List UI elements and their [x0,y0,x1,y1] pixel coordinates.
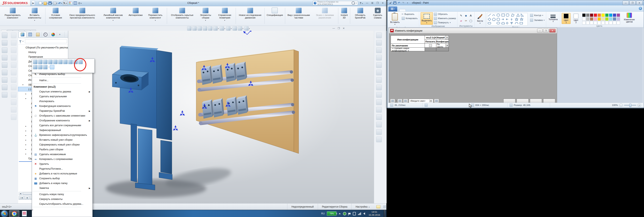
toolbar-icon[interactable] [11,40,16,46]
tree-item[interactable]: ▸ Сборка4 (По умолчанию<По умолчанию [18,45,68,50]
view-tool-icon[interactable] [220,26,224,30]
qat-button[interactable]: ↖▾ [63,0,68,5]
close-button[interactable]: ✕ [381,1,385,4]
context-menu-item[interactable]: Свернуть элементы ▶ [32,197,92,202]
manager-tab[interactable] [18,31,26,37]
expander-icon[interactable]: ▸ [24,130,27,132]
toolbar-icon[interactable] [11,85,16,90]
task-pane-icon[interactable] [376,129,382,135]
battery-indicator[interactable]: 78% [327,211,336,216]
context-menu-item[interactable]: Разбить узел сборки ▶ [32,147,92,152]
ribbon-button[interactable]: Элементы сборки ▾ [197,7,214,25]
context-menu-item[interactable]: Сделать независимым ▶ [32,152,92,157]
context-menu-item[interactable]: Сохранить выбор ▶ [32,176,92,181]
toolbar-icon[interactable] [11,55,16,60]
toolbar-icon[interactable] [11,114,16,120]
context-menu-item[interactable]: Создать новую папку ▶ [32,192,92,197]
paint-close-button[interactable]: ✕ [636,1,642,5]
context-tool-icon[interactable] [48,60,52,64]
minimize-button[interactable]: — [365,1,369,4]
context-menu-item[interactable]: Параметры SpeedPak ▶ [32,108,92,113]
task-pane-icon[interactable] [376,77,382,83]
ribbon-button[interactable]: Линейный массив компонентов ▾ [99,7,127,25]
toolbar-icon[interactable] [11,32,16,38]
search-caret-icon[interactable]: ▾ [356,2,356,4]
ribbon-button[interactable]: Отобразить скрытые компоненты ▾ [168,7,197,25]
redo-icon[interactable]: ↷ [402,1,405,5]
view-tool-icon[interactable] [208,26,212,30]
context-menu-item[interactable]: ▶ [32,206,92,208]
update-tray-icon[interactable] [343,212,346,216]
ribbon-button[interactable]: Окно предварительного просмотра компонен… [66,7,99,25]
context-tool-icon[interactable] [43,65,48,69]
paste-button[interactable]: Вставить▾ [389,12,401,26]
task-pane-icon[interactable] [376,47,382,53]
context-menu-item[interactable]: Найти... ▶ [32,78,92,83]
context-tool-icon[interactable] [73,60,78,64]
fill-tool[interactable]: ◆ [464,13,468,18]
color1-button[interactable]: Цвет1 [562,13,570,24]
task-pane-icon[interactable] [376,122,382,127]
crop-button[interactable]: Обрезать [434,12,456,16]
palette-color[interactable] [582,17,586,21]
task-pane-icon[interactable] [376,107,382,113]
palette-color[interactable] [582,13,586,17]
start-button[interactable] [1,211,8,217]
doc-restore-button[interactable]: ❐ [338,27,340,30]
toolbar-icon[interactable] [2,92,8,98]
palette-color[interactable] [609,13,612,17]
context-menu-item[interactable]: Отображение компонента ▶ [32,118,92,123]
expander-icon[interactable]: ▸ [24,125,27,127]
resize-grip[interactable] [383,205,386,208]
paint-restore-button[interactable]: ❐ [629,1,636,5]
context-menu-item[interactable]: Вставить новый узел сборки ▶ [32,137,92,142]
context-menu-item[interactable]: Временно зафиксировать/сгруппировать ▶ [32,133,92,137]
view-tool-caret-icon[interactable]: ▾ [224,28,225,29]
brushes-button[interactable]: Кисти▾ [476,12,484,25]
filter-caret-icon[interactable]: ▾ [22,40,23,42]
outline-button[interactable]: Контур ▾ [530,13,544,17]
shapes-grid[interactable] [487,13,528,26]
context-tool-icon[interactable] [38,65,42,69]
context-menu-item[interactable]: Сделать виртуальными ▶ [32,94,92,99]
filter-input[interactable] [25,39,67,43]
toolbar-icon[interactable] [11,77,16,83]
view-tool-caret-icon[interactable]: ▾ [231,28,232,29]
tag-icon[interactable] [376,205,380,208]
context-menu-item[interactable]: ▶ [32,77,92,78]
rotate-button[interactable]: Повернуть ▾ [434,21,456,24]
task-pane-icon[interactable] [376,32,382,38]
qat-caret-icon[interactable]: ▾ [406,1,409,5]
task-pane-icon[interactable] [376,85,382,90]
palette-color[interactable] [613,17,616,21]
context-tool-icon[interactable] [33,60,38,64]
expander-icon[interactable]: ▸ [24,93,27,95]
device-tray-icon[interactable] [353,212,356,216]
palette-empty-slot[interactable] [594,21,597,24]
toolbar-icon[interactable] [11,70,16,75]
palette-empty-slot[interactable] [605,21,608,24]
filter-icon[interactable] [19,40,22,42]
palette-color[interactable] [590,13,593,17]
palette-color[interactable] [586,13,590,17]
context-tool-icon[interactable] [53,60,58,64]
toolbar-icon[interactable] [2,32,8,38]
palette-empty-slot[interactable] [598,21,601,24]
task-pane-icon[interactable] [376,92,382,98]
ribbon-button[interactable]: ▾ [350,8,350,24]
paint-tab[interactable] [406,9,412,11]
manager-tab[interactable]: » [57,32,64,37]
palette-color[interactable] [605,13,608,17]
expander-icon[interactable]: ▸ [22,84,24,86]
search-input[interactable]: ? Поиск в Справке по SOLIDWORKS ▾ [313,1,358,5]
eraser-tool[interactable]: ▰ [459,18,463,23]
ribbon-button[interactable]: Вставить компоненты ▾ [24,7,45,25]
select-button[interactable]: Выделить▾ [420,12,433,25]
view-tool-icon[interactable] [213,26,218,30]
context-tool-icon[interactable] [58,60,62,64]
context-menu-item[interactable]: ▶ [32,83,92,84]
taskbar-app-button[interactable] [19,210,30,217]
show-desktop-button[interactable] [384,210,386,217]
toolbar-icon[interactable] [2,55,8,60]
palette-empty-slot[interactable] [609,21,612,24]
